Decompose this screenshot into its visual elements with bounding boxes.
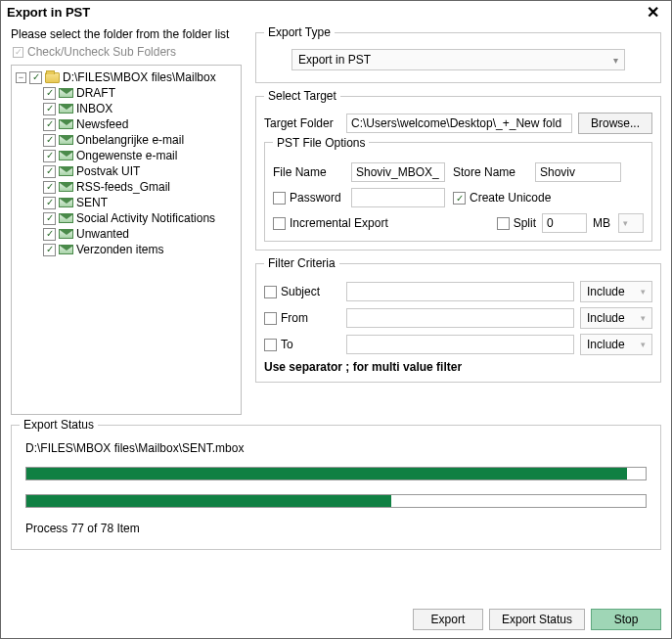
target-folder-input[interactable] <box>346 114 572 133</box>
from-input[interactable] <box>346 308 574 328</box>
filter-from[interactable]: From <box>264 311 340 325</box>
filter-to[interactable]: To <box>264 338 340 351</box>
unicode-option[interactable]: Create Unicode <box>453 191 621 205</box>
filter-note: Use separator ; for multi value filter <box>264 360 652 374</box>
tree-item-label: Social Activity Notifications <box>76 211 215 225</box>
tree-item[interactable]: SENT <box>14 195 239 210</box>
store-name-input[interactable] <box>535 162 621 182</box>
export-status-group: Export Status D:\FILES\MBOX files\Mailbo… <box>11 425 661 550</box>
to-checkbox[interactable] <box>264 339 277 351</box>
file-opts-legend: PST File Options <box>273 136 369 150</box>
tree-item-label: SENT <box>76 196 108 209</box>
tree-item[interactable]: Newsfeed <box>14 116 239 132</box>
export-button[interactable]: Export <box>413 609 483 630</box>
tree-item-label: Newsfeed <box>76 117 128 131</box>
subfolder-label: Check/Uncheck Sub Folders <box>27 45 176 59</box>
tree-item[interactable]: Postvak UIT <box>14 163 239 179</box>
tree-checkbox[interactable] <box>43 87 56 100</box>
mail-icon <box>59 88 73 98</box>
mail-icon <box>59 182 73 192</box>
tree-checkbox[interactable] <box>43 150 56 162</box>
mail-icon <box>59 151 73 160</box>
tree-item-label: INBOX <box>76 102 112 115</box>
split-checkbox[interactable] <box>497 217 510 230</box>
select-target-legend: Select Target <box>264 89 340 103</box>
password-input[interactable] <box>351 188 445 207</box>
export-status-legend: Export Status <box>20 418 98 432</box>
to-include-select[interactable]: Include▾ <box>580 334 652 355</box>
tree-item[interactable]: DRAFT <box>14 85 239 101</box>
folder-tree[interactable]: − D:\FILES\MBOX files\Mailbox DRAFTINBOX… <box>11 65 242 415</box>
subject-include-select[interactable]: Include▾ <box>580 281 652 302</box>
tree-root[interactable]: − D:\FILES\MBOX files\Mailbox <box>14 69 239 85</box>
tree-checkbox[interactable] <box>29 71 42 84</box>
mail-icon <box>59 213 73 223</box>
progress-bar-2 <box>25 494 647 508</box>
window-title: Export in PST <box>7 5 90 20</box>
tree-item[interactable]: Onbelangrijke e-mail <box>14 132 239 148</box>
tree-checkbox[interactable] <box>43 181 56 194</box>
split-option[interactable]: Split <box>497 216 536 230</box>
tree-checkbox[interactable] <box>43 134 56 147</box>
password-option[interactable]: Password <box>273 191 343 205</box>
from-checkbox[interactable] <box>264 312 277 325</box>
split-unit: MB <box>593 216 612 230</box>
select-target-group: Select Target Target Folder Browse... PS… <box>255 89 661 251</box>
export-type-value: Export in PST <box>298 53 371 67</box>
tree-item-label: Onbelangrijke e-mail <box>76 133 184 147</box>
to-input[interactable] <box>346 335 574 354</box>
incremental-option[interactable]: Incremental Export <box>273 216 485 230</box>
tree-item-label: Unwanted <box>76 227 129 241</box>
stop-button[interactable]: Stop <box>591 609 661 630</box>
tree-item[interactable]: Social Activity Notifications <box>14 210 239 226</box>
tree-item[interactable]: Verzonden items <box>14 242 239 257</box>
export-type-group: Export Type Export in PST ▾ <box>255 25 661 83</box>
progress-bar-1 <box>25 467 647 480</box>
browse-button[interactable]: Browse... <box>578 113 652 134</box>
mail-icon <box>59 119 73 129</box>
process-text: Process 77 of 78 Item <box>25 522 647 535</box>
tree-item[interactable]: INBOX <box>14 101 239 116</box>
subfolder-checkbox: ✓ <box>13 47 23 58</box>
filter-subject[interactable]: Subject <box>264 285 340 298</box>
subject-input[interactable] <box>346 282 574 301</box>
tree-item[interactable]: RSS-feeds_Gmail <box>14 179 239 195</box>
tree-checkbox[interactable] <box>43 244 56 256</box>
tree-checkbox[interactable] <box>43 165 56 178</box>
subject-checkbox[interactable] <box>264 286 277 298</box>
folder-icon <box>45 72 60 83</box>
collapse-icon[interactable]: − <box>16 72 26 83</box>
tree-checkbox[interactable] <box>43 197 56 209</box>
export-status-button[interactable]: Export Status <box>489 609 585 630</box>
unicode-checkbox[interactable] <box>453 192 466 205</box>
mail-icon <box>59 229 73 239</box>
password-checkbox[interactable] <box>273 192 286 205</box>
from-include-select[interactable]: Include▾ <box>580 307 652 329</box>
subfolder-toggle: ✓ Check/Uncheck Sub Folders <box>13 45 242 59</box>
file-name-label: File Name <box>273 165 343 179</box>
close-icon[interactable]: ✕ <box>643 7 663 19</box>
tree-item[interactable]: Ongewenste e-mail <box>14 148 239 163</box>
mail-icon <box>59 198 73 207</box>
tree-checkbox[interactable] <box>43 228 56 241</box>
mail-icon <box>59 166 73 176</box>
filter-criteria-group: Filter Criteria Subject Include▾ From In… <box>255 256 661 383</box>
mail-icon <box>59 245 73 254</box>
tree-checkbox[interactable] <box>43 103 56 115</box>
incremental-checkbox[interactable] <box>273 217 286 230</box>
split-unit-select[interactable]: ▾ <box>618 213 644 233</box>
tree-checkbox[interactable] <box>43 118 56 131</box>
mail-icon <box>59 135 73 145</box>
export-type-select[interactable]: Export in PST ▾ <box>291 49 625 70</box>
tree-item[interactable]: Unwanted <box>14 226 239 242</box>
tree-item-label: Verzonden items <box>76 243 163 256</box>
chevron-down-icon: ▾ <box>613 55 618 66</box>
instruction-text: Please select the folder from the folder… <box>11 27 242 41</box>
filter-legend: Filter Criteria <box>264 256 339 270</box>
store-name-label: Store Name <box>453 165 527 179</box>
tree-checkbox[interactable] <box>43 212 56 225</box>
tree-item-label: DRAFT <box>76 86 115 100</box>
target-folder-label: Target Folder <box>264 116 340 130</box>
split-value-input[interactable] <box>542 213 587 233</box>
file-name-input[interactable] <box>351 162 445 182</box>
